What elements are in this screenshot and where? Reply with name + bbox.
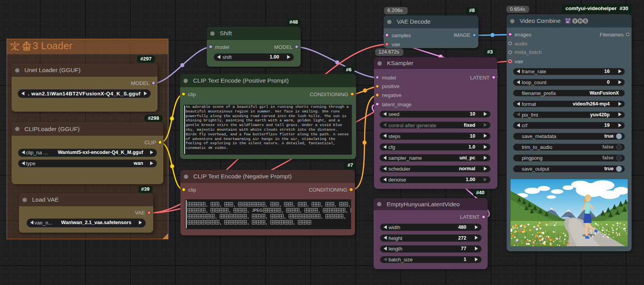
svg-text:JPEG: JPEG (252, 208, 262, 212)
svg-text:S: S (584, 19, 587, 23)
svg-text:H: H (579, 19, 582, 23)
svg-text:V: V (573, 19, 576, 23)
